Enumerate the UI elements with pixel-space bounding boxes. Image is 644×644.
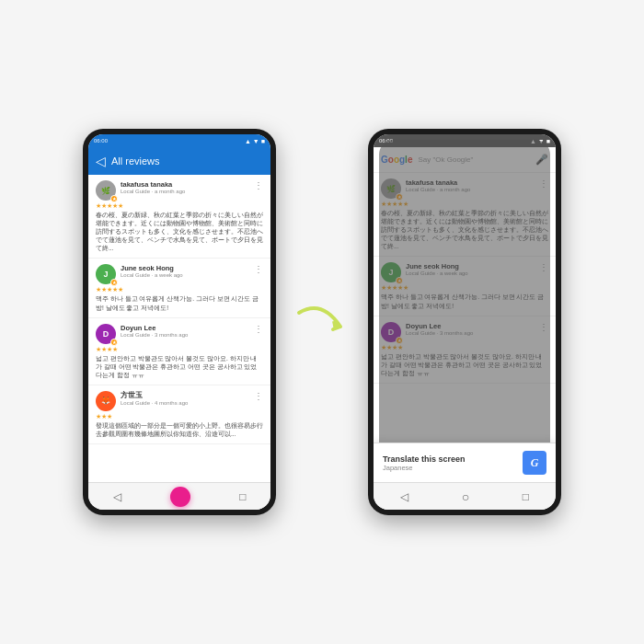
guide-badge: ★ bbox=[110, 279, 118, 286]
avatar: D ★ bbox=[96, 324, 116, 344]
reviewer-name: Doyun Lee bbox=[406, 322, 535, 330]
reviewer-name: Doyun Lee bbox=[121, 324, 249, 332]
avatar: J ★ bbox=[381, 262, 401, 282]
reviewer-info: takafusa tanaka Local Guide · a month ag… bbox=[406, 178, 535, 192]
voice-search-hint: Say "Ok Google" bbox=[418, 155, 530, 164]
right-phone: 06:00 ▲ ▼ ■ Google Say "Ok Google" 🎤 bbox=[368, 129, 561, 515]
avatar: 🦊 bbox=[96, 391, 116, 411]
wifi-icon: ▼ bbox=[253, 138, 259, 144]
review-item: 🌿 ★ takafusa tanaka Local Guide · a mont… bbox=[374, 173, 556, 257]
avatar: 🌿 ★ bbox=[381, 178, 401, 199]
reviewer-name: takafusa tanaka bbox=[406, 178, 535, 187]
review-stars: ★★★★★ bbox=[381, 201, 548, 208]
left-status-icons: ▲ ▼ ■ bbox=[245, 138, 265, 144]
avatar: D ★ bbox=[381, 322, 401, 342]
battery-icon: ■ bbox=[546, 138, 550, 144]
translate-popup[interactable]: Translate this screen Japanese G bbox=[374, 443, 556, 482]
guide-badge: ★ bbox=[396, 193, 403, 201]
review-stars: ★★★★★ bbox=[381, 284, 548, 292]
home-button[interactable] bbox=[170, 487, 190, 507]
review-item: 🌿 ★ takafusa tanaka Local Guide · a mont… bbox=[88, 175, 270, 259]
right-time: 06:00 bbox=[379, 138, 393, 144]
review-item: J ★ June seok Hong Local Guide · a week … bbox=[374, 257, 556, 316]
reviewer-meta: Local Guide · a week ago bbox=[406, 270, 535, 276]
guide-badge: ★ bbox=[396, 277, 403, 284]
reviewer-meta: Local Guide · a week ago bbox=[121, 272, 249, 278]
review-header: D ★ Doyun Lee Local Guide · 3 months ago… bbox=[96, 324, 263, 344]
reviewer-name: 方世玉 bbox=[121, 391, 249, 400]
signal-icon: ▲ bbox=[245, 138, 251, 144]
more-icon[interactable]: ⋮ bbox=[539, 262, 548, 272]
back-button[interactable]: ◁ bbox=[96, 154, 106, 168]
guide-badge: ★ bbox=[110, 339, 118, 346]
review-stars: ★★★★ bbox=[96, 346, 263, 353]
recents-button[interactable]: □ bbox=[239, 490, 246, 503]
more-icon[interactable]: ⋮ bbox=[254, 180, 263, 190]
guide-badge: ★ bbox=[110, 195, 118, 202]
translate-popup-wrapper: Translate this screen Japanese G bbox=[374, 443, 556, 482]
more-icon[interactable]: ⋮ bbox=[254, 391, 263, 401]
left-phone-screen: 06:00 ▲ ▼ ■ ◁ All reviews 🌿 bbox=[88, 134, 270, 510]
more-icon[interactable]: ⋮ bbox=[539, 322, 548, 332]
google-search-bar[interactable]: Google Say "Ok Google" 🎤 bbox=[374, 147, 556, 173]
reviewer-info: takafusa tanaka Local Guide · a month ag… bbox=[121, 180, 249, 194]
review-stars: ★★★★★ bbox=[96, 286, 263, 293]
review-stars: ★★★★★ bbox=[96, 202, 263, 210]
more-icon[interactable]: ⋮ bbox=[539, 178, 548, 189]
app-bar-title: All reviews bbox=[111, 155, 263, 167]
guide-badge: ★ bbox=[396, 337, 403, 344]
review-stars: ★★★★ bbox=[381, 344, 548, 351]
review-header: D ★ Doyun Lee Local Guide · 3 months ago… bbox=[381, 322, 548, 342]
wifi-icon: ▼ bbox=[538, 138, 545, 144]
home-nav-button[interactable]: ○ bbox=[462, 489, 469, 504]
left-bottom-nav: ◁ □ bbox=[88, 482, 270, 510]
reviewer-name: June seok Hong bbox=[406, 262, 535, 270]
reviewer-meta: Local Guide · 3 months ago bbox=[406, 330, 535, 336]
mic-icon[interactable]: 🎤 bbox=[535, 154, 548, 166]
review-item: D ★ Doyun Lee Local Guide · 3 months ago… bbox=[88, 318, 270, 385]
more-icon[interactable]: ⋮ bbox=[254, 324, 263, 334]
more-icon[interactable]: ⋮ bbox=[254, 264, 263, 274]
translate-text-block: Translate this screen Japanese bbox=[383, 454, 515, 472]
review-header: 🌿 ★ takafusa tanaka Local Guide · a mont… bbox=[96, 180, 263, 201]
review-header: 🦊 方世玉 Local Guide · 4 months ago ⋮ bbox=[96, 391, 263, 411]
reviewer-meta: Local Guide · 4 months ago bbox=[121, 400, 249, 406]
right-reviews-list: 🌿 ★ takafusa tanaka Local Guide · a mont… bbox=[374, 173, 556, 482]
recents-button[interactable]: □ bbox=[523, 490, 529, 503]
review-text: 맥주 하나 들고 여유롭게 산책가능. 그러다 보면 시간도 금방! 날에도 좋… bbox=[381, 293, 548, 309]
signal-icon: ▲ bbox=[530, 138, 536, 144]
left-app-bar: ◁ All reviews bbox=[88, 147, 270, 175]
reviewer-name: takafusa tanaka bbox=[121, 180, 249, 189]
google-translate-icon[interactable]: G bbox=[523, 451, 546, 475]
reviewer-info: Doyun Lee Local Guide · 3 months ago bbox=[121, 324, 249, 338]
review-item: D ★ Doyun Lee Local Guide · 3 months ago… bbox=[374, 316, 556, 384]
main-container: 06:00 ▲ ▼ ■ ◁ All reviews 🌿 bbox=[83, 129, 561, 515]
arrow-container bbox=[304, 294, 340, 350]
right-status-bar: 06:00 ▲ ▼ ■ bbox=[374, 134, 556, 147]
avatar: 🌿 ★ bbox=[96, 180, 116, 201]
reviewer-info: 方世玉 Local Guide · 4 months ago bbox=[121, 391, 249, 406]
right-bottom-nav: ◁ ○ □ bbox=[374, 482, 556, 510]
review-stars: ★★★ bbox=[96, 413, 263, 420]
back-nav-button[interactable]: ◁ bbox=[113, 490, 121, 503]
review-item: 🦊 方世玉 Local Guide · 4 months ago ⋮ ★★★ 發… bbox=[88, 385, 270, 444]
reviewer-info: June seok Hong Local Guide · a week ago bbox=[121, 264, 249, 278]
reviewer-meta: Local Guide · a month ago bbox=[406, 187, 535, 192]
translate-icon-label: G bbox=[531, 456, 539, 470]
review-text: 맥주 하나 들고 여유롭게 산책가능. 그러다 보면 시간도 금방! 날에도 좋… bbox=[96, 294, 263, 311]
review-text: 넓고 편안하고 박물관도 많아서 볼것도 많아요. 하지만 내가 갈때 어떤 박… bbox=[381, 352, 548, 377]
review-text: 發現這個區域的一部分是一個可愛的小上野。也很容易步行去參觀周圍有幾條地圖所以你知… bbox=[96, 421, 263, 438]
right-phone-screen: 06:00 ▲ ▼ ■ Google Say "Ok Google" 🎤 bbox=[374, 134, 556, 510]
review-item: J ★ June seok Hong Local Guide · a week … bbox=[88, 259, 270, 317]
review-text: 넓고 편안하고 박물관도 많아서 볼것도 많아요. 하지만 내가 갈때 어떤 박… bbox=[96, 354, 263, 379]
left-status-bar: 06:00 ▲ ▼ ■ bbox=[88, 134, 270, 147]
google-logo: Google bbox=[381, 155, 412, 165]
review-header: J ★ June seok Hong Local Guide · a week … bbox=[381, 262, 548, 282]
review-text: 春の桜、夏の新緑、秋の紅葉と季節の折々に美しい自然が堪能できます。近くには動物園… bbox=[381, 209, 548, 250]
translate-language: Japanese bbox=[383, 464, 515, 472]
review-header: 🌿 ★ takafusa tanaka Local Guide · a mont… bbox=[381, 178, 548, 199]
reviewer-meta: Local Guide · a month ago bbox=[121, 189, 249, 194]
reviews-list: 🌿 ★ takafusa tanaka Local Guide · a mont… bbox=[88, 175, 270, 482]
back-nav-button[interactable]: ◁ bbox=[400, 490, 408, 503]
reviewer-name: June seok Hong bbox=[121, 264, 249, 272]
